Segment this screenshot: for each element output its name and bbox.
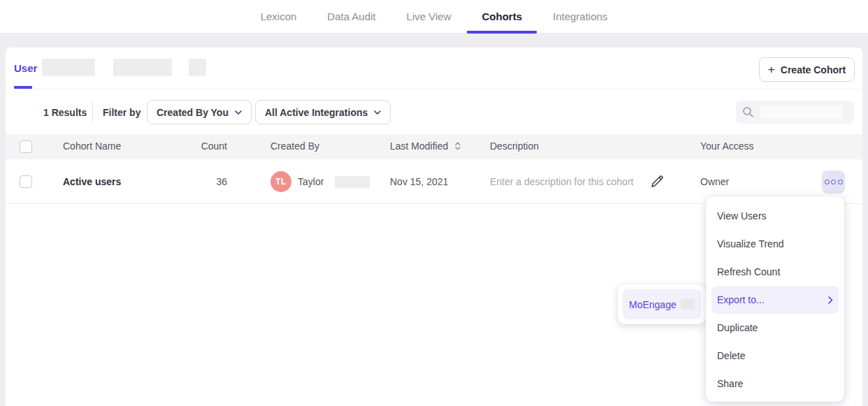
create-cohort-button[interactable]: + Create Cohort [759, 57, 855, 82]
column-created-by: Created By [270, 140, 319, 152]
menu-item-view-users[interactable]: View Users [706, 202, 844, 230]
tab-user-underline [14, 86, 32, 89]
redacted-tab-3[interactable] [189, 59, 206, 76]
plus-icon: + [768, 64, 775, 75]
search-icon [742, 106, 754, 118]
cohort-name[interactable]: Active users [63, 176, 121, 187]
row-actions-menu: View Users Visualize Trend Refresh Count… [706, 196, 844, 402]
chevron-down-icon [235, 110, 242, 115]
filter-by-label: Filter by [103, 107, 140, 118]
submenu-item-moengage[interactable]: MoEngage [623, 289, 701, 319]
export-submenu: MoEngage [618, 284, 706, 324]
nav-tab-lexicon[interactable]: Lexicon [261, 0, 297, 34]
cohort-count: 36 [173, 176, 227, 187]
column-count: Count [173, 140, 227, 152]
created-by-dropdown[interactable]: Created By You [147, 100, 252, 124]
menu-item-refresh-count[interactable]: Refresh Count [706, 258, 844, 286]
menu-item-duplicate[interactable]: Duplicate [706, 314, 844, 342]
avatar: TL [270, 171, 291, 192]
nav-tab-integrations[interactable]: Integrations [553, 0, 607, 34]
created-by-dropdown-label: Created By You [157, 107, 229, 118]
select-all-checkbox[interactable] [20, 140, 32, 153]
redacted-created-by-surname [335, 176, 370, 188]
integrations-dropdown[interactable]: All Active Integrations [255, 100, 391, 124]
description-placeholder[interactable]: Enter a description for this cohort [490, 176, 633, 187]
menu-item-delete[interactable]: Delete [706, 342, 844, 370]
edit-description-button[interactable] [649, 174, 666, 191]
redacted-tab-1[interactable] [42, 59, 95, 76]
cohort-type-tabstrip: User + Create Cohort [6, 48, 862, 89]
sort-icon[interactable] [455, 142, 461, 150]
nav-tab-cohorts[interactable]: Cohorts [482, 0, 522, 34]
row-checkbox[interactable] [20, 175, 32, 188]
pencil-icon [649, 174, 665, 189]
filter-bar: 1 Results Filter by Created By You All A… [6, 90, 862, 134]
nav-tab-data-audit[interactable]: Data Audit [327, 0, 375, 34]
top-navigation: Lexicon Data Audit Live View Cohorts Int… [0, 0, 868, 34]
column-last-modified-label: Last Modified [390, 140, 448, 152]
access-value: Owner [700, 176, 729, 187]
redacted-tab-2[interactable] [113, 59, 172, 76]
results-count: 1 Results [43, 107, 87, 118]
column-your-access: Your Access [700, 140, 754, 152]
create-cohort-label: Create Cohort [781, 64, 846, 75]
menu-item-share[interactable]: Share [706, 370, 844, 398]
chevron-down-icon [374, 110, 381, 115]
chevron-right-icon [828, 296, 833, 304]
last-modified-date: Nov 15, 2021 [390, 176, 448, 187]
menu-item-export-to[interactable]: Export to... [711, 286, 839, 314]
nav-tab-live-view[interactable]: Live View [407, 0, 451, 34]
created-by-name: Taylor [298, 176, 324, 187]
integrations-dropdown-label: All Active Integrations [265, 107, 368, 118]
moengage-label: MoEngage [629, 299, 677, 310]
more-dots-icon [825, 180, 830, 184]
column-last-modified[interactable]: Last Modified [390, 140, 461, 152]
column-cohort-name: Cohort Name [63, 140, 121, 152]
divider [92, 102, 93, 123]
column-description: Description [490, 140, 539, 152]
redacted-submenu-text [681, 299, 695, 310]
search-input[interactable] [736, 101, 854, 124]
redacted-search-text [760, 106, 843, 119]
row-more-actions-button[interactable] [822, 171, 845, 194]
tab-user[interactable]: User [14, 62, 37, 74]
export-to-label: Export to... [717, 294, 765, 305]
table-header: Cohort Name Count Created By Last Modifi… [6, 134, 862, 159]
menu-item-visualize-trend[interactable]: Visualize Trend [706, 230, 844, 258]
